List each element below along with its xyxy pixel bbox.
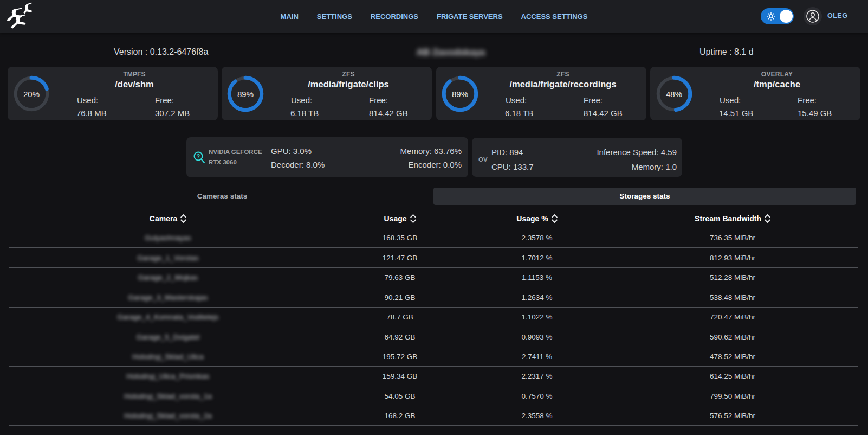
- svg-text:89%: 89%: [237, 89, 254, 99]
- svg-text:?: ?: [197, 153, 200, 159]
- svg-text:20%: 20%: [23, 89, 40, 99]
- svg-text:89%: 89%: [452, 89, 468, 99]
- svg-text:48%: 48%: [666, 89, 682, 99]
